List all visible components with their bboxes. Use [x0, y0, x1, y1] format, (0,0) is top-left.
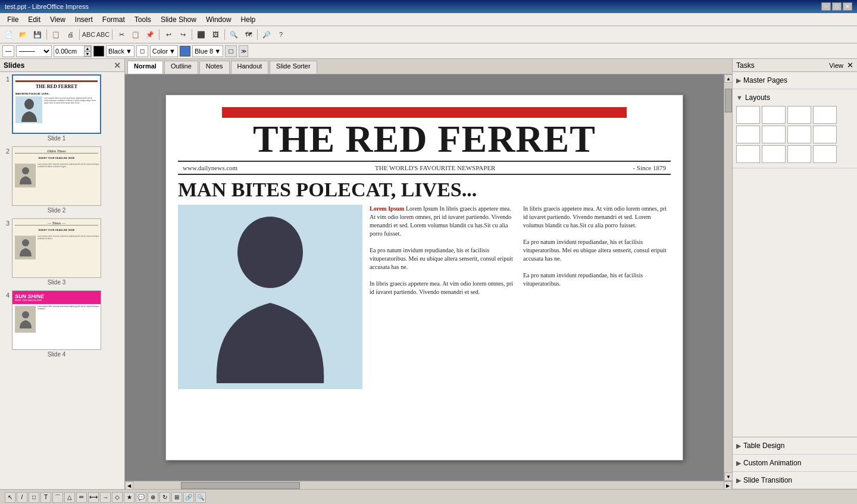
flowchart-btn[interactable]: ◇ [112, 492, 123, 503]
zoom-btn[interactable]: 🔎 [260, 28, 273, 41]
tasks-close-btn[interactable]: ✕ [847, 61, 853, 70]
layout-item-6[interactable] [762, 126, 786, 143]
menu-window[interactable]: Window [201, 14, 236, 25]
star-btn[interactable]: ★ [124, 492, 135, 503]
slide-item-1[interactable]: 1 THE RED FERRET MAN BITES POLECAT, LIVE… [2, 74, 122, 142]
scroll-down-btn[interactable]: ▼ [724, 472, 732, 481]
slide-thumb-1[interactable]: THE RED FERRET MAN BITES POLECAT, LIVES.… [12, 74, 101, 134]
rect-tool-btn[interactable]: □ [29, 492, 39, 503]
spin-down[interactable]: ▼ [84, 51, 91, 57]
menu-format[interactable]: Format [98, 14, 130, 25]
text-tool-btn[interactable]: T [40, 492, 51, 503]
tab-handout[interactable]: Handout [231, 61, 269, 74]
find-btn[interactable]: 🔍 [227, 28, 240, 41]
line-style-select[interactable]: —— [16, 45, 52, 57]
menu-edit[interactable]: Edit [23, 14, 45, 25]
paste-btn[interactable]: 📌 [143, 28, 157, 41]
redo-btn[interactable]: ↪ [176, 28, 189, 41]
shadow-btn[interactable]: □ [225, 45, 237, 57]
navigator-btn[interactable]: 🗺 [242, 28, 255, 41]
maximize-button[interactable]: □ [832, 2, 842, 11]
save-btn[interactable]: 💾 [31, 28, 44, 41]
np-col2-p2: Ea pro natum invidunt repudiandae, his e… [523, 238, 671, 263]
callout-btn[interactable]: 💬 [136, 492, 146, 503]
arrow-btn[interactable]: → [100, 492, 111, 503]
layout-item-9[interactable] [736, 145, 760, 163]
slide-thumb-4[interactable]: SUN SHINE INSERT YOUR HEADLINE HERE Lore… [12, 290, 101, 350]
open-btn[interactable]: 📂 [17, 28, 30, 41]
fill-type-label: Color [152, 48, 168, 55]
layout-item-11[interactable] [787, 145, 811, 163]
fill-color-dropdown[interactable]: Blue 8 ▼ [192, 45, 223, 57]
scroll-thumb-v[interactable] [725, 89, 732, 112]
slide-item-4[interactable]: 4 SUN SHINE INSERT YOUR HEADLINE HERE [2, 290, 122, 358]
size-spinner[interactable]: ▲ ▼ [84, 46, 91, 57]
cut-btn[interactable]: ✂ [115, 28, 128, 41]
freehand-btn[interactable]: ✏ [76, 492, 87, 503]
menu-slideshow[interactable]: Slide Show [156, 14, 201, 25]
poly-tool-btn[interactable]: △ [64, 492, 75, 503]
layout-item-3[interactable] [787, 106, 811, 124]
size-input[interactable]: 0.00cm [54, 46, 84, 57]
menu-help[interactable]: Help [236, 14, 261, 25]
menu-tools[interactable]: Tools [130, 14, 156, 25]
close-button[interactable]: ✕ [843, 2, 852, 11]
copy-btn[interactable]: 📋 [129, 28, 142, 41]
layout-item-8[interactable] [813, 126, 837, 143]
insert-img-btn[interactable]: 🖼 [209, 28, 222, 41]
line-style-icon[interactable]: — [2, 45, 14, 57]
tab-normal[interactable]: Normal [127, 61, 163, 74]
cursor-tool-btn[interactable]: ↖ [5, 492, 15, 503]
curve-tool-btn[interactable]: ⌒ [52, 492, 63, 503]
custom-animation-header[interactable]: ▶ Custom Animation [736, 457, 853, 469]
minimize-button[interactable]: − [821, 2, 831, 11]
export-pdf-btn[interactable]: 📋 [49, 28, 62, 41]
layout-item-1[interactable] [736, 106, 760, 124]
tab-slide-sorter[interactable]: Slide Sorter [270, 61, 317, 74]
scroll-left-btn[interactable]: ◀ [125, 481, 133, 489]
print-btn[interactable]: 🖨 [64, 28, 77, 41]
fill-type-dropdown[interactable]: Color ▼ [150, 45, 178, 57]
layout-item-7[interactable] [787, 126, 811, 143]
zoom-tool-btn[interactable]: 🔍 [195, 492, 206, 503]
layout-item-2[interactable] [762, 106, 786, 124]
slide-thumb-2[interactable]: Olden Times INSERT YOUR HEADLINE HERE Lo… [12, 146, 101, 206]
layout-item-5[interactable] [736, 126, 760, 143]
glue-btn[interactable]: 🔗 [183, 492, 194, 503]
tab-notes[interactable]: Notes [199, 61, 230, 74]
options-btn[interactable]: ≫ [239, 45, 248, 57]
spell-btn[interactable]: ABC [82, 28, 95, 41]
help-btn[interactable]: ? [274, 28, 287, 41]
slide-transition-header[interactable]: ▶ Slide Transition [736, 474, 853, 486]
fill-icon[interactable]: ◻ [136, 45, 148, 57]
rotate-btn[interactable]: ↻ [159, 492, 170, 503]
scroll-up-btn[interactable]: ▲ [724, 74, 732, 83]
scroll-thumb-h[interactable] [181, 482, 300, 489]
points-btn[interactable]: ⊞ [171, 492, 182, 503]
line-color-dropdown[interactable]: Black ▼ [106, 45, 135, 57]
insert-btn[interactable]: ⊕ [148, 492, 158, 503]
layout-item-10[interactable] [762, 145, 786, 163]
spell2-btn[interactable]: ABC [96, 28, 110, 41]
slide-item-2[interactable]: 2 Olden Times INSERT YOUR HEADLINE HERE [2, 146, 122, 214]
layouts-header[interactable]: ▼ Layouts [736, 92, 853, 104]
menu-view[interactable]: View [45, 14, 70, 25]
line-tool-btn[interactable]: / [17, 492, 27, 503]
scroll-right-btn[interactable]: ▶ [724, 481, 732, 489]
menu-insert[interactable]: Insert [70, 14, 98, 25]
tab-outline[interactable]: Outline [164, 61, 198, 74]
master-pages-header[interactable]: ▶ Master Pages [736, 74, 853, 86]
spin-up[interactable]: ▲ [84, 46, 91, 51]
undo-btn[interactable]: ↩ [162, 28, 175, 41]
slide-item-3[interactable]: 3 — Times — INSERT YOUR HEADLINE HERE [2, 218, 122, 286]
slides-close-btn[interactable]: ✕ [114, 61, 121, 70]
menu-file[interactable]: File [2, 14, 23, 25]
slide-thumb-3[interactable]: — Times — INSERT YOUR HEADLINE HERE Lore… [12, 218, 101, 278]
connector-btn[interactable]: ⟷ [88, 492, 99, 503]
tasks-view-btn[interactable]: View [829, 62, 843, 69]
new-btn[interactable]: 📄 [2, 28, 15, 41]
layout-item-4[interactable] [813, 106, 837, 124]
table-design-header[interactable]: ▶ Table Design [736, 440, 853, 452]
insert-table-btn[interactable]: ⬛ [195, 28, 208, 41]
layout-item-12[interactable] [813, 145, 837, 163]
